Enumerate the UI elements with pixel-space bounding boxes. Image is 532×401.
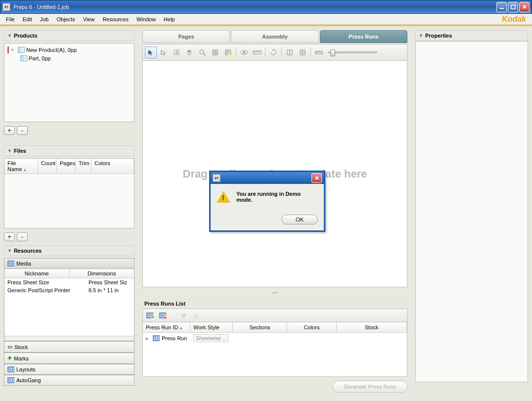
dialog-ok-button[interactable]: OK xyxy=(281,215,318,224)
dialog-app-icon: PI xyxy=(213,174,221,182)
modal-overlay: PI You are running in Demo mode. OK xyxy=(0,0,532,401)
dialog-close-button[interactable] xyxy=(311,173,322,183)
dialog-titlebar[interactable]: PI xyxy=(211,172,324,184)
demo-mode-dialog: PI You are running in Demo mode. OK xyxy=(209,171,325,232)
warning-icon xyxy=(217,191,230,203)
dialog-message: You are running in Demo mode. xyxy=(236,191,318,203)
